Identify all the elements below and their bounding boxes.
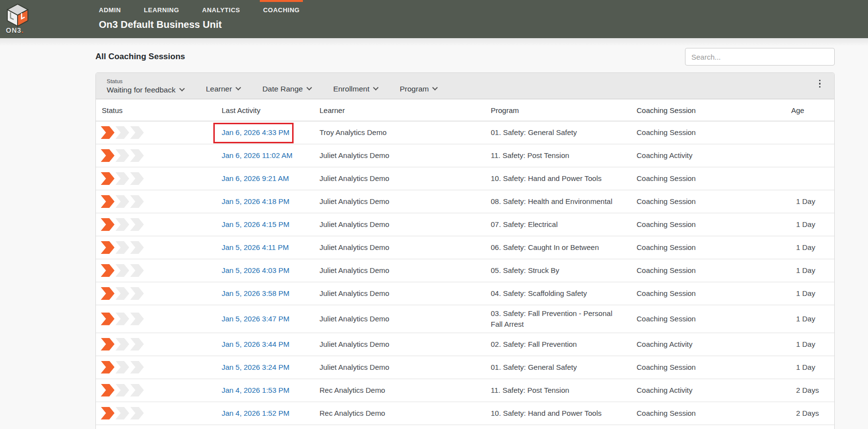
last-activity-link[interactable]: Jan 5, 2026 3:47 PM: [222, 314, 289, 324]
status-chevron-pending-icon: [115, 241, 129, 254]
last-activity-link[interactable]: Jan 5, 2026 3:44 PM: [222, 339, 289, 350]
coaching-session-cell: Coaching Session: [631, 402, 785, 425]
last-activity-cell: Jan 5, 2026 4:03 PM: [216, 259, 314, 282]
status-chevron-pending-icon: [130, 241, 144, 254]
status-chevron-complete-icon: [101, 313, 114, 325]
table-row: Jan 6, 2026 11:02 AMJuliet Analytics Dem…: [96, 144, 834, 167]
last-activity-link[interactable]: Jan 6, 2026 4:33 PM: [222, 127, 289, 138]
status-chevron-complete-icon: [101, 264, 114, 277]
age-cell: 1 Day: [785, 356, 834, 379]
main-content: All Coaching Sessions Status Waiting for…: [0, 47, 868, 429]
column-header-learner: Learner: [314, 99, 485, 121]
column-header-age: Age: [785, 99, 834, 121]
date-range-filter-dropdown[interactable]: Date Range: [262, 85, 311, 94]
last-activity-cell: Jan 6, 2026 9:21 AM: [216, 167, 314, 190]
last-activity-cell: Jan 6, 2026 4:33 PM: [216, 121, 314, 144]
last-activity-link[interactable]: Jan 5, 2026 4:15 PM: [222, 219, 289, 230]
status-filter-dropdown[interactable]: Status Waiting for feedback: [107, 78, 184, 94]
table-row: Jan 5, 2026 3:44 PMJuliet Analytics Demo…: [96, 333, 834, 356]
program-cell: 04. Safety: Scaffolding Safety: [485, 282, 631, 305]
last-activity-link[interactable]: Jan 5, 2026 3:58 PM: [222, 288, 289, 299]
learner-cell: Juliet Analytics Demo: [314, 305, 485, 333]
nav-tab-learning[interactable]: LEARNING: [140, 0, 183, 15]
status-chevron-complete-icon: [101, 361, 114, 374]
table-row: Jan 4, 2026 1:52 PMRec Analytics Demo10.…: [96, 402, 834, 425]
status-chevron-pending-icon: [130, 287, 144, 300]
status-filter-label: Status: [107, 78, 184, 84]
coaching-sessions-card: Status Waiting for feedback LearnerDate …: [95, 72, 835, 429]
coaching-session-cell: Coaching Activity: [631, 333, 785, 356]
chevron-down-icon: [235, 85, 241, 90]
learner-cell: Rec Analytics Demo: [314, 379, 485, 402]
status-chevron-complete-icon: [101, 407, 114, 420]
coaching-session-cell: Coaching Session: [631, 213, 785, 236]
age-cell: [785, 121, 834, 144]
status-chevron-pending-icon: [130, 361, 144, 374]
coaching-session-cell: Coaching Session: [631, 282, 785, 305]
table-body: Jan 6, 2026 4:33 PMTroy Analytics Demo01…: [96, 121, 834, 425]
status-chevron-pending-icon: [115, 384, 129, 397]
status-chevron-pending-icon: [115, 313, 129, 325]
filter-label: Enrollment: [333, 85, 369, 93]
kebab-menu-icon[interactable]: [814, 77, 826, 91]
brand-logo[interactable]: ON3.: [0, 0, 95, 38]
last-activity-link[interactable]: Jan 5, 2026 4:18 PM: [222, 196, 289, 207]
nav-tab-coaching[interactable]: COACHING: [260, 0, 303, 15]
status-chevron-pending-icon: [130, 126, 144, 139]
table-row: Jan 6, 2026 4:33 PMTroy Analytics Demo01…: [96, 121, 834, 144]
program-cell: 01. Safety: General Safety: [485, 356, 631, 379]
coaching-session-cell: Coaching Session: [631, 305, 785, 333]
table-row: Jan 5, 2026 4:15 PMJuliet Analytics Demo…: [96, 213, 834, 236]
program-cell: 10. Safety: Hand and Power Tools: [485, 402, 631, 425]
learner-cell: Juliet Analytics Demo: [314, 190, 485, 213]
coaching-session-cell: Coaching Session: [631, 190, 785, 213]
nav-tab-analytics[interactable]: ANALYTICS: [199, 0, 244, 15]
last-activity-link[interactable]: Jan 5, 2026 3:24 PM: [222, 362, 289, 373]
status-chevron-pending-icon: [130, 172, 144, 185]
learner-filter-dropdown[interactable]: Learner: [206, 85, 240, 94]
nav-tab-admin[interactable]: ADMIN: [95, 0, 124, 15]
status-progress: [96, 213, 216, 236]
last-activity-link[interactable]: Jan 5, 2026 4:11 PM: [222, 242, 289, 253]
enrollment-filter-dropdown[interactable]: Enrollment: [333, 85, 378, 94]
filter-label: Program: [400, 85, 429, 93]
status-progress: [96, 144, 216, 167]
learner-cell: Rec Analytics Demo: [314, 402, 485, 425]
program-cell: 11. Safety: Post Tension: [485, 144, 631, 167]
status-progress: [96, 259, 216, 282]
learner-cell: Juliet Analytics Demo: [314, 282, 485, 305]
last-activity-link[interactable]: Jan 5, 2026 4:03 PM: [222, 265, 289, 276]
coaching-session-cell: Coaching Activity: [631, 144, 785, 167]
status-progress: [96, 379, 216, 402]
status-chevron-pending-icon: [115, 195, 129, 208]
status-chevron-complete-icon: [101, 149, 114, 162]
partial-next-row: [96, 425, 834, 429]
last-activity-link[interactable]: Jan 6, 2026 9:21 AM: [222, 173, 289, 184]
learner-cell: Juliet Analytics Demo: [314, 167, 485, 190]
learner-cell: Juliet Analytics Demo: [314, 356, 485, 379]
coaching-session-cell: Coaching Session: [631, 259, 785, 282]
age-cell: 2 Days: [785, 379, 834, 402]
status-chevron-pending-icon: [130, 264, 144, 277]
program-filter-dropdown[interactable]: Program: [400, 85, 437, 94]
filter-bar: Status Waiting for feedback LearnerDate …: [96, 73, 834, 99]
program-cell: 06. Safety: Caught In or Between: [485, 236, 631, 259]
status-chevron-pending-icon: [115, 361, 129, 374]
age-cell: [785, 167, 834, 190]
cube-logo-icon: [5, 3, 95, 27]
filter-dropdowns: LearnerDate RangeEnrollmentProgram: [206, 85, 437, 94]
status-filter-value: Waiting for feedback: [107, 86, 176, 94]
last-activity-link[interactable]: Jan 4, 2026 1:53 PM: [222, 385, 289, 396]
table-row: Jan 5, 2026 4:03 PMJuliet Analytics Demo…: [96, 259, 834, 282]
chevron-down-icon: [306, 85, 312, 90]
last-activity-cell: Jan 4, 2026 1:53 PM: [216, 379, 314, 402]
primary-nav: ADMINLEARNINGANALYTICSCOACHING: [95, 0, 303, 15]
last-activity-cell: Jan 5, 2026 3:24 PM: [216, 356, 314, 379]
learner-cell: Juliet Analytics Demo: [314, 333, 485, 356]
last-activity-cell: Jan 5, 2026 3:58 PM: [216, 282, 314, 305]
search-input[interactable]: [685, 48, 835, 66]
age-cell: 1 Day: [785, 282, 834, 305]
last-activity-link[interactable]: Jan 4, 2026 1:52 PM: [222, 408, 289, 419]
last-activity-link[interactable]: Jan 6, 2026 11:02 AM: [222, 150, 293, 161]
program-cell: 07. Safety: Electrical: [485, 213, 631, 236]
